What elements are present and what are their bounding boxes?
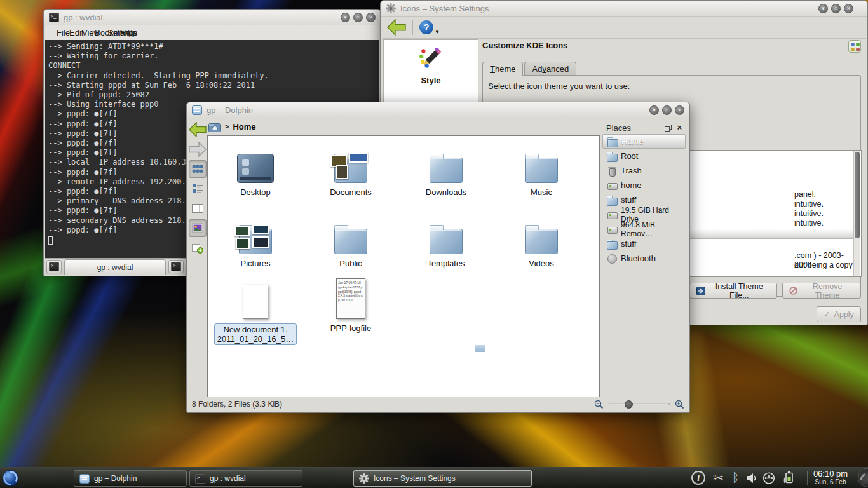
launcher-icon	[2, 470, 19, 487]
folder-item-downloads[interactable]: Downloads	[398, 142, 494, 197]
back-button[interactable]	[189, 121, 207, 139]
no-entry-icon	[789, 287, 797, 295]
home-folder-icon[interactable]	[208, 121, 221, 132]
close-icon[interactable]: ×	[675, 105, 684, 115]
terminal-tab[interactable]: gp : wvdial	[64, 259, 166, 274]
drive-icon	[607, 224, 617, 234]
plasma-cashew-icon[interactable]	[858, 468, 868, 487]
tab-theme[interactable]: Theme	[482, 62, 523, 76]
menu-edit[interactable]: Edit	[63, 28, 76, 38]
breadcrumb-separator: >	[225, 123, 229, 130]
gear-icon	[359, 473, 369, 484]
menu-view[interactable]: View	[76, 28, 88, 38]
clock-time: 06:10 pm	[808, 469, 853, 478]
help-icon[interactable]: ?	[419, 20, 433, 34]
apply-button[interactable]: ✓ Apply	[817, 306, 861, 322]
folder-label: Desktop	[208, 187, 303, 197]
place-item-trash[interactable]: Trash	[602, 163, 686, 178]
folder-item-videos[interactable]: Videos	[494, 214, 589, 268]
zoom-out-icon[interactable]	[594, 400, 604, 409]
place-item-home-partition[interactable]: home	[602, 178, 686, 193]
dolphin-titlebar[interactable]: gp – Dolphin ▾ ○ ×	[187, 102, 689, 118]
places-panel: Places × Home Root Trash home	[602, 120, 686, 397]
dolphin-window[interactable]: gp – Dolphin ▾ ○ × > Home	[186, 102, 690, 413]
terminal-cursor	[48, 236, 53, 245]
tab-advanced[interactable]: Advanced	[524, 62, 576, 76]
settings-toolbar: ? ▼	[382, 17, 866, 39]
back-arrow-icon[interactable]	[387, 19, 406, 36]
maximize-icon[interactable]: ○	[831, 4, 841, 13]
battery-tray-icon[interactable]	[783, 471, 794, 487]
klipper-scissors-icon[interactable]: ✂	[713, 471, 724, 484]
minimize-icon[interactable]: ▾	[341, 13, 350, 22]
maximize-icon[interactable]: ○	[662, 105, 672, 115]
taskbar: gp – Dolphin gp : wvdial Icons – System …	[0, 467, 868, 488]
close-icon[interactable]: ×	[366, 13, 376, 22]
folder-icon	[430, 158, 463, 183]
scrollbar-thumb[interactable]	[855, 152, 860, 238]
columns-view-button[interactable]	[189, 200, 207, 217]
preview-button[interactable]	[189, 219, 207, 237]
terminal-line: --> Starting pppd at Sun Feb 6 18:08:22 …	[48, 81, 376, 90]
folder-item-public[interactable]: Public	[303, 214, 398, 268]
detach-panel-icon[interactable]	[665, 125, 672, 132]
breadcrumb-home[interactable]: Home	[233, 122, 255, 132]
app-launcher-button[interactable]	[2, 470, 19, 488]
menu-bookmarks[interactable]: Bookmarks	[88, 28, 101, 38]
folder-item-music[interactable]: Music	[494, 142, 589, 197]
place-item-root[interactable]: Root	[602, 149, 686, 163]
folder-label: Templates	[398, 259, 494, 268]
place-item-removable[interactable]: 964.8 MiB Remov…	[602, 222, 686, 236]
columns-view-icon	[192, 203, 203, 214]
menu-file[interactable]: File	[50, 28, 63, 38]
folder-item-documents[interactable]: Documents	[303, 142, 398, 197]
volume-icon[interactable]	[746, 473, 758, 487]
zoom-in-icon[interactable]	[675, 400, 684, 409]
place-item-bluetooth[interactable]: Bluetooth	[602, 251, 686, 266]
icons-view-button[interactable]	[189, 160, 207, 178]
system-settings-title: Icons – System Settings	[400, 4, 489, 13]
forward-button[interactable]	[189, 140, 207, 158]
menu-settings[interactable]: Settings	[101, 28, 114, 38]
terminal-icon	[49, 262, 59, 271]
maximize-icon[interactable]: ○	[353, 13, 363, 22]
folder-item-templates[interactable]: Templates	[398, 214, 494, 268]
place-item-home[interactable]: Home	[602, 134, 686, 149]
file-item-ppp-logfile[interactable]: Jan 17 09:47:18 gp-Aspire-5738 pppd[1946…	[303, 274, 398, 333]
terminal-titlebar[interactable]: gp : wvdial ▾ ○ ×	[44, 10, 381, 25]
pictures-folder-icon	[239, 229, 272, 254]
task-button-dolphin[interactable]: gp – Dolphin	[74, 470, 187, 487]
clock[interactable]: 06:10 pm Sun, 6 Feb	[808, 469, 853, 485]
install-theme-button[interactable]: Install Theme File...	[689, 283, 777, 299]
zoom-slider[interactable]	[609, 403, 670, 405]
split-view-button[interactable]	[189, 239, 207, 257]
close-icon[interactable]: ×	[844, 4, 853, 13]
task-button-system-settings[interactable]: Icons – System Settings	[353, 470, 532, 487]
minimize-icon[interactable]: ▾	[818, 4, 828, 13]
bluetooth-icon[interactable]: ᛒ	[732, 471, 739, 484]
zoom-slider-knob[interactable]	[625, 400, 633, 409]
place-item-stuff-2[interactable]: stuff	[602, 236, 686, 251]
minimize-icon[interactable]: ▾	[649, 105, 659, 115]
sidebar-item-style[interactable]: Style	[384, 40, 478, 89]
instruction-text: Select the icon theme you want to use:	[488, 81, 630, 91]
info-tray-icon[interactable]: i	[691, 471, 705, 485]
chevron-down-icon[interactable]: ▼	[435, 29, 440, 35]
file-item-new-document[interactable]: New document 1.2011_01_20_16_5…	[208, 274, 303, 345]
usb-device-icon[interactable]	[763, 472, 776, 487]
folder-item-desktop[interactable]: Desktop	[208, 142, 303, 197]
folder-item-pictures[interactable]: Pictures	[208, 214, 303, 268]
new-tab-button[interactable]	[46, 260, 62, 273]
task-button-wvdial[interactable]: gp : wvdial	[189, 470, 302, 487]
dolphin-file-view[interactable]: Desktop Documents Downloads Music	[207, 135, 600, 398]
system-settings-titlebar[interactable]: Icons – System Settings ▾ ○ ×	[381, 1, 867, 17]
terminal-line: --> Carrier detected. Starting PPP immed…	[48, 71, 376, 81]
remove-theme-button[interactable]: Remove Theme	[782, 283, 861, 299]
folder-icon	[525, 158, 558, 183]
usb-icon	[763, 472, 776, 484]
scrollbar[interactable]	[853, 151, 860, 276]
menu-help[interactable]: Help	[114, 28, 126, 38]
close-panel-icon[interactable]: ×	[677, 124, 682, 132]
details-view-button[interactable]	[189, 180, 207, 198]
terminal-tab-2[interactable]	[168, 260, 184, 273]
